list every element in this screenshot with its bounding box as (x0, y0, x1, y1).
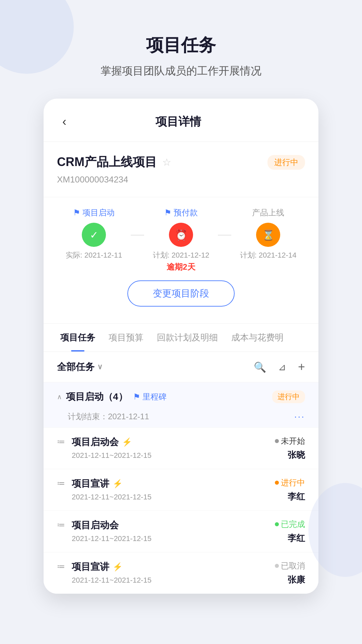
stage-circle-3: ⌛ (256, 223, 280, 247)
filter-actions: 🔍 ⊿ + (254, 360, 305, 374)
task-assignee-4: 张康 (275, 574, 305, 586)
lightning-icon-4: ⚡ (113, 562, 123, 572)
lightning-icon-2: ⚡ (113, 479, 123, 488)
task-icon-1: ≔ (57, 437, 65, 446)
more-dots-icon[interactable]: ··· (294, 411, 305, 422)
task-content-2: 项目宣讲 ⚡ 2021-12-11~2021-12-15 (72, 477, 268, 501)
task-assignee-3: 李红 (275, 532, 305, 544)
task-right-4: 已取消 张康 (275, 560, 305, 586)
stage-connector-2 (218, 235, 231, 235)
stage-date-2: 计划: 2021-12-12 (153, 250, 209, 260)
status-dot-3 (275, 522, 279, 526)
task-title-row-4: 项目宣讲 ⚡ (72, 560, 268, 573)
page-subtitle: 掌握项目团队成员的工作开展情况 (0, 64, 362, 78)
tabs-bar: 项目任务 项目预算 回款计划及明细 成本与花费明 (44, 324, 318, 352)
stage-section: ⚑ 项目启动 ✓ 实际: 2021-12-11 ⚑ 预付款 ⏰ 计划: 2021… (44, 197, 318, 324)
task-right-2: 进行中 李红 (275, 477, 305, 502)
task-item-3[interactable]: ≔ 项目启动会 2021-12-11~2021-12-15 已完成 李红 (44, 511, 318, 552)
project-title-row: CRM产品上线项目 ☆ 进行中 (57, 154, 305, 170)
status-dot-1 (275, 439, 279, 443)
group-date-row: 计划结束：2021-12-11 ··· (44, 411, 318, 427)
add-task-icon[interactable]: + (298, 360, 305, 374)
task-item-1[interactable]: ≔ 项目启动会 ⚡ 2021-12-11~2021-12-15 未开始 张晓 (44, 427, 318, 469)
task-icon-4: ≔ (57, 562, 65, 571)
status-dot-4 (275, 564, 279, 568)
task-content-3: 项目启动会 2021-12-11~2021-12-15 (72, 519, 268, 543)
project-name: CRM产品上线项目 (57, 154, 157, 170)
task-right-3: 已完成 李红 (275, 519, 305, 544)
stage-label-2: ⚑ 预付款 (164, 207, 198, 218)
task-icon-2: ≔ (57, 479, 65, 488)
stage-label-3: 产品上线 (252, 207, 284, 218)
stage-label-1: ⚑ 项目启动 (73, 207, 115, 218)
overdue-text: 逾期2天 (167, 262, 195, 272)
tab-project-budget[interactable]: 项目预算 (102, 324, 150, 352)
project-status-badge: 进行中 (267, 155, 305, 170)
stage-item-3[interactable]: 产品上线 ⌛ 计划: 2021-12-14 (231, 207, 305, 260)
back-button[interactable]: ‹ (57, 112, 72, 131)
stage-item-2[interactable]: ⚑ 预付款 ⏰ 计划: 2021-12-12 逾期2天 (144, 207, 218, 272)
task-right-1: 未开始 张晓 (275, 436, 305, 461)
star-icon[interactable]: ☆ (162, 156, 171, 168)
task-group-header: ∧ 项目启动（4） ⚑ 里程碑 进行中 (44, 382, 318, 411)
stage-date-1: 实际: 2021-12-11 (66, 250, 122, 260)
task-item-4[interactable]: ≔ 项目宣讲 ⚡ 2021-12-11~2021-12-15 已取消 张康 (44, 552, 318, 594)
task-title-row-1: 项目启动会 ⚡ (72, 436, 268, 448)
group-title: 项目启动（4） (66, 390, 128, 403)
filter-icon[interactable]: ⊿ (278, 362, 286, 373)
task-name-2: 项目宣讲 (72, 477, 109, 490)
task-date-3: 2021-12-11~2021-12-15 (72, 534, 268, 543)
tab-payment-plan[interactable]: 回款计划及明细 (150, 324, 225, 352)
stage-row: ⚑ 项目启动 ✓ 实际: 2021-12-11 ⚑ 预付款 ⏰ 计划: 2021… (57, 207, 305, 272)
status-dot-2 (275, 481, 279, 485)
task-status-3: 已完成 (275, 519, 305, 530)
lightning-icon-1: ⚡ (122, 437, 132, 447)
flag-icon: ⚑ (133, 392, 140, 401)
filter-row: 全部任务 ∨ 🔍 ⊿ + (44, 352, 318, 382)
task-date-2: 2021-12-11~2021-12-15 (72, 493, 268, 501)
milestone-badge: ⚑ 里程碑 (133, 391, 167, 402)
phone-card: ‹ 项目详情 CRM产品上线项目 ☆ 进行中 XM100000034234 ⚑ … (44, 99, 318, 594)
change-stage-button[interactable]: 变更项目阶段 (127, 280, 235, 307)
task-group: ∧ 项目启动（4） ⚑ 里程碑 进行中 计划结束：2021-12-11 ··· … (44, 382, 318, 594)
task-name-1: 项目启动会 (72, 436, 119, 448)
tab-project-task[interactable]: 项目任务 (54, 324, 102, 352)
stage-date-3: 计划: 2021-12-14 (240, 250, 297, 260)
filter-label[interactable]: 全部任务 ∨ (57, 361, 103, 373)
task-content-4: 项目宣讲 ⚡ 2021-12-11~2021-12-15 (72, 560, 268, 585)
task-status-2: 进行中 (275, 477, 305, 488)
task-status-4: 已取消 (275, 560, 305, 571)
project-info: CRM产品上线项目 ☆ 进行中 XM100000034234 (44, 142, 318, 197)
stage-circle-1: ✓ (82, 223, 106, 247)
filter-chevron-icon: ∨ (97, 363, 103, 371)
stage-flag-2: ⚑ (164, 208, 172, 217)
task-title-row-3: 项目启动会 (72, 519, 268, 532)
stage-connector-1 (131, 235, 144, 235)
group-date: 计划结束：2021-12-11 (68, 411, 149, 422)
task-title-row-2: 项目宣讲 ⚡ (72, 477, 268, 490)
task-date-4: 2021-12-11~2021-12-15 (72, 576, 268, 585)
task-date-1: 2021-12-11~2021-12-15 (72, 451, 268, 460)
task-icon-3: ≔ (57, 520, 65, 530)
tab-cost[interactable]: 成本与花费明 (225, 324, 290, 352)
stage-flag-1: ⚑ (73, 208, 80, 217)
task-item-2[interactable]: ≔ 项目宣讲 ⚡ 2021-12-11~2021-12-15 进行中 李红 (44, 469, 318, 511)
task-status-1: 未开始 (275, 436, 305, 446)
nav-title: 项目详情 (72, 114, 285, 129)
nav-bar: ‹ 项目详情 (44, 99, 318, 142)
task-name-4: 项目宣讲 (72, 560, 109, 573)
task-content-1: 项目启动会 ⚡ 2021-12-11~2021-12-15 (72, 436, 268, 460)
task-name-3: 项目启动会 (72, 519, 119, 532)
expand-icon[interactable]: ∧ (57, 393, 62, 401)
group-status-badge: 进行中 (272, 390, 305, 403)
task-assignee-2: 李红 (275, 491, 305, 502)
stage-circle-2: ⏰ (169, 223, 193, 247)
project-id: XM100000034234 (57, 174, 305, 185)
task-assignee-1: 张晓 (275, 449, 305, 461)
stage-item-1[interactable]: ⚑ 项目启动 ✓ 实际: 2021-12-11 (57, 207, 131, 260)
search-icon[interactable]: 🔍 (254, 361, 266, 373)
